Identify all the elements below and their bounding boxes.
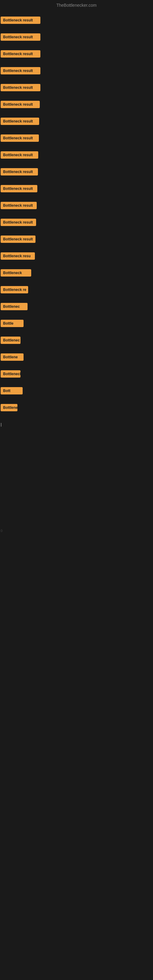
bottleneck-badge[interactable]: Bottlenec (1, 303, 27, 310)
empty-row (0, 679, 153, 696)
empty-row (0, 646, 153, 662)
pipe-char: | (1, 422, 2, 426)
bottleneck-badge[interactable]: Bottleneck result (1, 84, 40, 91)
empty-row (0, 629, 153, 646)
empty-row (0, 562, 153, 578)
bottleneck-badge[interactable]: Bottleneck result (1, 33, 40, 41)
bottleneck-badge[interactable]: Bottleneck (1, 370, 21, 378)
empty-row (0, 764, 153, 780)
empty-row (0, 500, 153, 517)
bottleneck-badge[interactable]: Bottleneck result (1, 67, 40, 75)
empty-row (0, 797, 153, 814)
bottleneck-badge[interactable]: Bottleneck result (1, 101, 40, 108)
empty-row (0, 747, 153, 764)
empty-row (0, 831, 153, 848)
empty-row (0, 932, 153, 949)
bottleneck-row: Bottleneck result (0, 113, 153, 130)
empty-row (0, 814, 153, 831)
bottleneck-badge[interactable]: Bottleneck result (1, 219, 36, 226)
bottleneck-badge[interactable]: Bottleneck (1, 269, 31, 277)
empty-row (0, 612, 153, 629)
bottleneck-badge[interactable]: Bottleneck result (1, 235, 35, 243)
empty-row (0, 898, 153, 915)
site-title: TheBottlenecker.com (56, 3, 97, 8)
bottleneck-badge[interactable]: Bottleneck result (1, 134, 39, 142)
bottleneck-badge[interactable]: Bottleneck result (1, 16, 40, 24)
site-header: TheBottlenecker.com (0, 0, 153, 12)
bottleneck-badge[interactable]: Bottleneck result (1, 185, 37, 192)
bottleneck-row: Bottleneck result (0, 163, 153, 180)
empty-row (0, 730, 153, 747)
bottleneck-badge[interactable]: Bottleneck result (1, 202, 37, 209)
empty-row (0, 544, 153, 562)
bottleneck-row: Bottleneck (0, 365, 153, 382)
empty-row (0, 848, 153, 865)
bottleneck-badge[interactable]: Bottleneck resu (1, 252, 35, 260)
bottleneck-row: Bottleneck result (0, 231, 153, 247)
bottleneck-row: Bottlenec (0, 298, 153, 315)
empty-row (0, 780, 153, 797)
bottleneck-badge[interactable]: Bottleneck result (1, 151, 38, 159)
empty-row (0, 713, 153, 730)
empty-row (0, 949, 153, 966)
bottleneck-badge[interactable]: Bottle (1, 320, 24, 327)
bottleneck-row: Bottleneck result (0, 180, 153, 197)
empty-row (0, 433, 153, 450)
bottleneck-badge[interactable]: Bott (1, 387, 22, 395)
empty-row (0, 483, 153, 500)
bottleneck-row: Bottlenec (0, 332, 153, 348)
bottleneck-badge[interactable]: Bottleneck result (1, 168, 38, 175)
bottleneck-row: Bottleneck result (0, 79, 153, 96)
bottleneck-row: Bottleneck result (0, 130, 153, 146)
bottleneck-badge[interactable]: Bottleneck result (1, 50, 40, 57)
bottleneck-row: Bottle (0, 315, 153, 332)
bottleneck-badge[interactable]: Bottlene (1, 353, 24, 361)
bottleneck-badge[interactable]: Bottlene (1, 404, 18, 411)
bottleneck-row: Bottleneck (0, 264, 153, 281)
bottleneck-row: Bottlene (0, 348, 153, 365)
bottleneck-row: Bottleneck result (0, 96, 153, 113)
empty-row (0, 466, 153, 483)
bottleneck-container: Bottleneck result Bottleneck result Bott… (0, 12, 153, 966)
bottleneck-row: Bottleneck result (0, 146, 153, 163)
bottleneck-row: Bottlene (0, 399, 153, 416)
bottleneck-row: Bottleneck re (0, 281, 153, 298)
bottleneck-row: Bottleneck result (0, 214, 153, 231)
empty-row (0, 595, 153, 612)
empty-row (0, 696, 153, 713)
bottleneck-badge[interactable]: Bottlenec (1, 337, 21, 344)
bottleneck-row: Bottleneck result (0, 62, 153, 79)
single-char-row: | (1, 416, 153, 433)
empty-row (0, 915, 153, 932)
zero-char: 0 (1, 529, 2, 533)
bottleneck-row: Bottleneck resu (0, 247, 153, 264)
empty-row (0, 578, 153, 595)
empty-row (0, 662, 153, 679)
bottleneck-row: Bottleneck result (0, 45, 153, 62)
sparse-row: 0 (0, 517, 153, 544)
bottleneck-row: Bottleneck result (0, 29, 153, 45)
empty-row (0, 881, 153, 898)
empty-row (0, 865, 153, 881)
bottleneck-row: Bott (0, 382, 153, 399)
bottleneck-badge[interactable]: Bottleneck re (1, 286, 28, 293)
bottleneck-badge[interactable]: Bottleneck result (1, 118, 39, 125)
bottleneck-row: Bottleneck result (0, 12, 153, 29)
bottleneck-row: Bottleneck result (0, 197, 153, 214)
empty-row (0, 450, 153, 466)
